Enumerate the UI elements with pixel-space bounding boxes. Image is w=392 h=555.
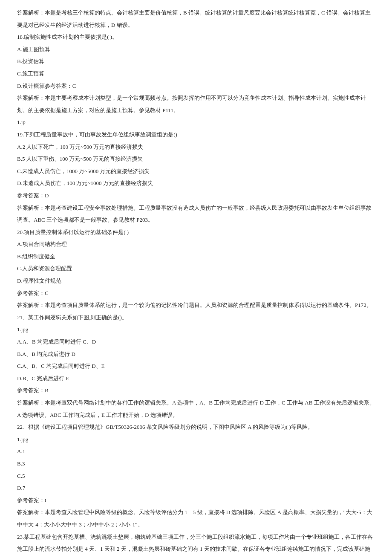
text-line: A.项目合同结构合理 <box>17 238 375 251</box>
text-line: 22、根据《建设工程项目管理规范》GB/T50326-2006 条文风险等级划分… <box>17 421 375 434</box>
text-line: 答案解析：本题主要考察成本计划类型，是一个常规高频考点。按照发挥的作用不同可以分… <box>17 92 375 116</box>
text-line: 答案解析：本题是考核三个核算的特点。会计核算主要是价值核算，B 错误。统计核算的… <box>17 7 375 31</box>
text-line: 参考答案：B <box>17 384 375 397</box>
text-line: D.设计概算参考答案：C <box>17 80 375 92</box>
text-line: B.投资估算 <box>17 55 375 68</box>
text-line: D.未造成人员伤亡，100 万元~1000 万元的直接经济损失 <box>17 177 375 190</box>
text-line: 1.jpg <box>17 434 375 446</box>
text-line: 1.jpg <box>17 324 375 336</box>
text-line: B.A、B 均完成后进行 D <box>17 348 375 361</box>
text-line: C.未造成人员伤亡，1000 万~5000 万元的直接经济损失 <box>17 165 375 178</box>
text-line: A.2 人以下死亡，100 万元~500 万元的直接经济损失 <box>17 141 375 153</box>
text-line: B.3 <box>17 458 375 470</box>
text-line: 23.某工程基础包含开挖基槽、浇筑混凝土垫层，砌筑砖基础三项工作，分三个施工段组… <box>17 531 375 555</box>
document-body: 答案解析：本题是考核三个核算的特点。会计核算主要是价值核算，B 错误。统计核算的… <box>17 7 375 555</box>
text-line: 21、某工作间逻辑关系如下图,则正确的是()。 <box>17 312 375 324</box>
text-line: A.1 <box>17 445 375 458</box>
text-line: 20.项目质量控制体系得以运行的基础条件是( ) <box>17 226 375 239</box>
text-line: B.组织制度健全 <box>17 251 375 263</box>
text-line: C.A、B、C 均完成后同时进行 D、E <box>17 360 375 373</box>
text-line: D.程序性文件规范 <box>17 275 375 287</box>
text-line: 答案解析：本题考查风险管理中风险等级的概念。风险等级评估分为 1—5 级，直接将… <box>17 506 375 531</box>
text-line: 1.jp <box>17 116 375 129</box>
text-line: C.人员和资源合理配置 <box>17 263 375 275</box>
text-line: C.施工预算 <box>17 68 375 80</box>
text-line: D.B、C 完成后进行 E <box>17 373 375 385</box>
text-line: B.5 人以下重伤、100 万元~500 万元的直接经济损失 <box>17 153 375 165</box>
text-line: 答案解析：本题考查建设工程安全事故处理措施。工程质量事故没有造成人员伤亡的一般事… <box>17 202 375 226</box>
text-line: 参考答案：C <box>17 287 375 300</box>
text-line: 19.下列工程质量事故中，可由事故发生单位组织事故调童组的是() <box>17 129 375 141</box>
text-line: C.5 <box>17 470 375 483</box>
text-line: 答案解析：本题考查项目质量体系的运行，是一个较为偏的记忆性冷门题目。人员和资源的… <box>17 299 375 312</box>
text-line: A.A、B 均完成后同时进行 C、D <box>17 336 375 348</box>
text-line: 答案解析：本题考查双代号网络计划中的各种工作的逻辑关系。A 选项中，A、B 工作… <box>17 397 375 421</box>
text-line: 参考答案：D <box>17 190 375 202</box>
text-line: D.7 <box>17 482 375 494</box>
text-line: A.施工图预算 <box>17 43 375 56</box>
text-line: 18.编制实施性成本计划的主要依据是( )。 <box>17 31 375 43</box>
text-line: 参考答案：C <box>17 494 375 507</box>
